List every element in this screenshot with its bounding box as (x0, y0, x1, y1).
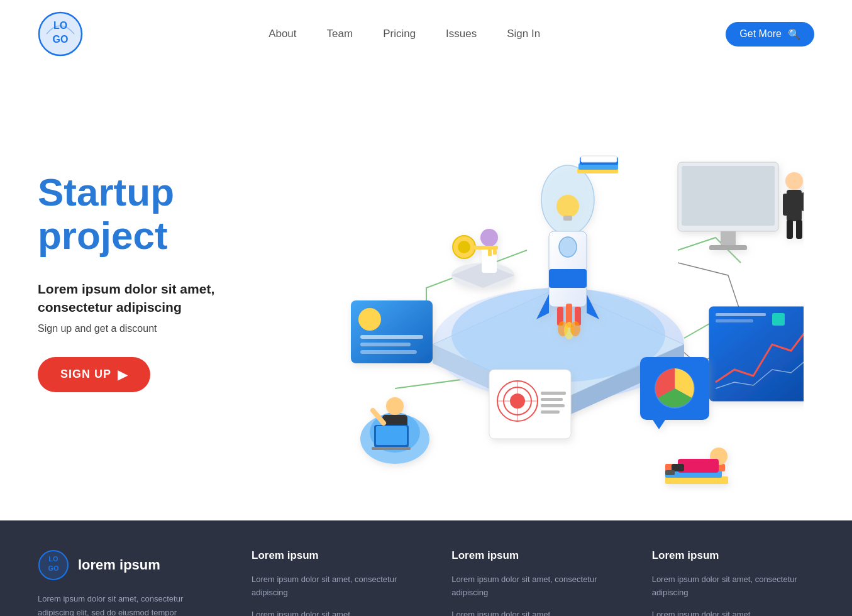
svg-rect-38 (772, 313, 785, 326)
svg-point-24 (785, 172, 803, 190)
svg-point-7 (556, 195, 579, 217)
svg-rect-34 (360, 350, 417, 354)
nav-signin[interactable]: Sign In (507, 28, 540, 40)
footer-brand-name: lorem ipsum (78, 557, 160, 573)
svg-text:GO: GO (48, 564, 59, 572)
footer-col-3: Lorem ipsum Lorem ipsum dolor sit amet, … (652, 549, 814, 616)
svg-rect-22 (721, 231, 736, 247)
nav-about[interactable]: About (268, 28, 296, 40)
footer-logo: LO GO lorem ipsum (38, 549, 214, 581)
svg-rect-21 (682, 166, 775, 226)
nav-links: About Team Pricing Issues Sign In (268, 28, 540, 40)
svg-rect-66 (541, 398, 563, 401)
svg-rect-27 (802, 192, 804, 211)
svg-rect-85 (493, 250, 497, 255)
footer-brand: LO GO lorem ipsum Lorem ipsum dolor sit … (38, 549, 214, 616)
footer-col-1-item-2: Lorem ipsum dolor sit amet (252, 608, 414, 616)
svg-point-19 (570, 321, 580, 336)
footer-brand-desc: Lorem ipsum dolor sit amet, consectetur … (38, 592, 189, 616)
svg-rect-78 (665, 470, 675, 475)
search-icon: 🔍 (788, 28, 800, 40)
svg-marker-70 (653, 420, 665, 429)
svg-rect-57 (372, 447, 411, 450)
hero-subtitle: Lorem ipsum dolor sit amet,consectetur a… (38, 280, 277, 317)
cta-label: Get More (739, 28, 782, 40)
svg-rect-23 (709, 245, 747, 250)
hero-tagline: Sign up and get a discount (38, 323, 277, 334)
hero-title: Startup project (38, 171, 277, 256)
svg-rect-36 (716, 313, 766, 316)
footer-col-1-title: Lorem ipsum (252, 549, 414, 562)
svg-rect-65 (541, 392, 566, 395)
svg-rect-84 (473, 246, 498, 250)
svg-rect-26 (783, 194, 790, 216)
footer-col-1-item-1: Lorem ipsum dolor sit amet, consectetur … (252, 573, 414, 600)
footer-col-2-title: Lorem ipsum (451, 549, 614, 562)
footer-col-2-item-1: Lorem ipsum dolor sit amet, consectetur … (451, 573, 614, 600)
svg-rect-37 (716, 319, 753, 322)
svg-rect-29 (796, 220, 802, 239)
svg-rect-67 (541, 404, 565, 407)
nav-team[interactable]: Team (327, 28, 353, 40)
footer: LO GO lorem ipsum Lorem ipsum dolor sit … (0, 520, 852, 616)
nav-pricing[interactable]: Pricing (383, 28, 416, 40)
nav-issues[interactable]: Issues (446, 28, 477, 40)
footer-col-3-item-1: Lorem ipsum dolor sit amet, consectetur … (652, 573, 814, 600)
footer-col-1: Lorem ipsum Lorem ipsum dolor sit amet, … (252, 549, 414, 616)
signup-button[interactable]: SIGN UP ▶ (38, 357, 150, 392)
hero-text: Startup project Lorem ipsum dolor sit am… (38, 171, 277, 392)
hero-illustration (277, 68, 814, 495)
navbar: LO GO About Team Pricing Issues Sign In … (0, 0, 852, 68)
footer-col-2-item-2: Lorem ipsum dolor sit amet (451, 608, 614, 616)
footer-col-2: Lorem ipsum Lorem ipsum dolor sit amet, … (451, 549, 614, 616)
svg-rect-56 (376, 426, 407, 445)
svg-text:LO: LO (48, 555, 58, 563)
svg-point-53 (386, 397, 404, 415)
get-more-button[interactable]: Get More 🔍 (726, 22, 814, 47)
svg-rect-10 (549, 269, 587, 288)
signup-label: SIGN UP (60, 368, 111, 381)
svg-rect-33 (360, 343, 411, 346)
svg-rect-32 (360, 335, 423, 339)
svg-rect-8 (563, 216, 572, 221)
logo[interactable]: LO GO (38, 11, 83, 57)
arrow-icon: ▶ (118, 367, 128, 382)
svg-point-83 (458, 241, 470, 253)
svg-text:GO: GO (53, 34, 69, 45)
footer-col-3-title: Lorem ipsum (652, 549, 814, 562)
svg-rect-28 (787, 220, 793, 239)
footer-col-3-item-2: Lorem ipsum dolor sit amet (652, 608, 814, 616)
svg-point-80 (480, 229, 498, 246)
svg-rect-68 (541, 410, 560, 414)
svg-point-11 (559, 237, 577, 257)
hero-section: Startup project Lorem ipsum dolor sit am… (0, 68, 852, 520)
svg-rect-86 (488, 250, 492, 256)
svg-point-31 (358, 308, 381, 331)
svg-rect-90 (581, 156, 617, 162)
